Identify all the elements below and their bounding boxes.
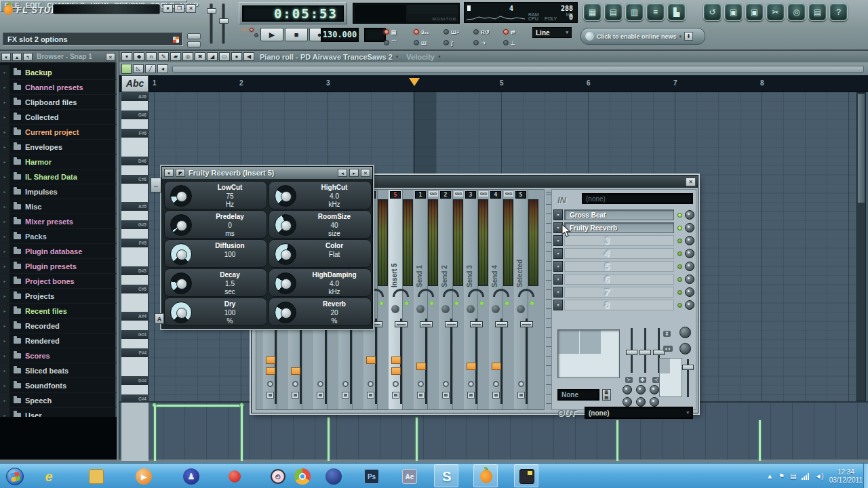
browser-button[interactable]: ≡ (646, 3, 665, 21)
master-pitch-handle[interactable] (207, 8, 216, 14)
close-button[interactable]: ✕ (186, 4, 196, 13)
black-key[interactable]: A#5 (121, 202, 149, 211)
messenger-icon[interactable]: ♟ (182, 467, 201, 486)
fader-handle[interactable] (495, 321, 508, 327)
stereo-separation-knob[interactable] (679, 327, 691, 338)
stereo-knob[interactable] (492, 305, 500, 313)
overlay-mode-selector[interactable]: Velocity (406, 53, 435, 61)
vertical-scrollbar[interactable] (856, 92, 866, 401)
fader-handle[interactable] (395, 321, 408, 327)
mixer-strip-insert-5[interactable]: 5 Insert 5 (389, 190, 414, 409)
playlist-button[interactable]: ▦ (583, 3, 601, 21)
fx-slot-empty[interactable]: 3 (564, 235, 674, 246)
record-arm-icon[interactable] (393, 381, 399, 387)
photoshop-icon[interactable]: Ps (362, 467, 381, 486)
black-key[interactable]: D#6 (121, 157, 149, 165)
disk-icon[interactable] (492, 392, 500, 399)
expander-icon[interactable]: ▸ (0, 80, 9, 94)
fader-handle[interactable] (445, 321, 458, 327)
predelay-knob[interactable] (170, 214, 192, 236)
browser-item-harmor[interactable]: ▸Harmor (0, 155, 117, 169)
playback-tool-button[interactable]: ◀ (243, 52, 254, 61)
playhead-marker[interactable] (409, 78, 420, 86)
draw-tool-button[interactable]: ✎ (158, 52, 169, 61)
stereo-knob[interactable] (391, 305, 399, 313)
wait-input-led[interactable] (414, 40, 419, 45)
slot-mix-knob[interactable] (685, 262, 694, 271)
eq-band-knob-2[interactable] (636, 397, 646, 407)
eq-low-handle[interactable] (626, 350, 637, 355)
fader-handle[interactable] (470, 321, 483, 327)
fx-slot-2[interactable]: ▾ Fruity Reeverb (553, 222, 696, 234)
expander-icon[interactable]: ▸ (0, 125, 9, 139)
highcut-knob[interactable] (275, 185, 296, 207)
browser-item-current-project[interactable]: ▸Current project (0, 125, 117, 140)
mixer-strip-send-4[interactable]: 4 SND Send 4 (489, 190, 514, 409)
browser-item-speech[interactable]: ▸Speech (0, 393, 117, 408)
slot-menu-button[interactable]: ▾ (553, 209, 563, 220)
expander-icon[interactable]: ▸ (0, 199, 9, 214)
black-key[interactable]: C#5 (121, 285, 149, 293)
link-buttons[interactable]: ⊞⊟ (602, 389, 611, 401)
pan-knob[interactable] (518, 289, 534, 297)
expander-icon[interactable]: ▸ (0, 229, 9, 243)
tray-app-icon[interactable]: ▤ (790, 472, 796, 480)
loop-record-led[interactable] (503, 29, 509, 35)
velocity-stem[interactable] (154, 405, 156, 461)
volume-fader[interactable] (450, 319, 452, 404)
browser-menu-button[interactable]: ▾ (1, 53, 11, 61)
slot-mix-knob[interactable] (685, 300, 694, 310)
enable-led[interactable] (405, 302, 408, 305)
fx-slot-empty[interactable]: 4 (564, 248, 674, 259)
fx-slot-7[interactable]: ▾ 7 (553, 286, 696, 298)
browser-item-channel-presets[interactable]: ▸Channel presets (0, 80, 117, 95)
fx-slot-1[interactable]: ▾ Gross Beat (553, 209, 696, 221)
slot-mix-knob[interactable] (685, 223, 694, 232)
black-key[interactable]: G#4 (121, 330, 149, 339)
expander-icon[interactable]: ▸ (0, 140, 9, 154)
pan-knob[interactable] (493, 289, 509, 297)
expander-icon[interactable]: ▸ (0, 393, 9, 407)
slot-enable-led[interactable] (677, 226, 682, 230)
slot-mix-knob[interactable] (685, 287, 694, 297)
browser-close-button[interactable]: ✕ (106, 53, 115, 61)
mixer-strip-send-3[interactable]: 3 SND Send 3 (464, 190, 489, 409)
pushpin-icon[interactable] (225, 467, 244, 486)
piano-keys[interactable]: A#6 G#6 F#6 D#6 C#6 A#5 G#5 F#5 D#5 C#5 … (121, 92, 149, 401)
resize-handle-button[interactable]: ↔ (151, 178, 161, 192)
typing-keyboard-led[interactable] (443, 29, 449, 35)
fx-enable-button[interactable] (391, 357, 401, 364)
eq-freq-knob-2[interactable] (636, 385, 646, 394)
snap-selector[interactable]: Line ▾ (532, 27, 572, 38)
eq-freq-knob-3[interactable] (650, 385, 659, 394)
tools-button[interactable]: ✂ (766, 3, 785, 21)
paint-tool-button[interactable]: ▰ (170, 52, 181, 61)
expander-icon[interactable]: ▸ (0, 319, 9, 333)
enable-led[interactable] (505, 302, 509, 305)
fx-slot-8[interactable]: ▾ 8 (553, 299, 696, 311)
stereo-knob[interactable] (517, 305, 525, 313)
browser-item-recent-files[interactable]: ▸Recent files (0, 304, 117, 319)
maximize-button[interactable]: ❐ (174, 4, 184, 13)
black-key[interactable]: F#4 (121, 348, 149, 357)
slot-enable-led[interactable] (677, 213, 682, 218)
eq-mid-handle[interactable] (639, 350, 651, 355)
black-key[interactable]: C#4 (121, 394, 149, 401)
expander-icon[interactable]: ▸ (0, 244, 9, 258)
browser-item-soundfonts[interactable]: ▸Soundfonts (0, 378, 117, 393)
keyboard-mode-cell[interactable]: Abc (121, 75, 149, 92)
chevron-down-icon[interactable]: ▾ (438, 54, 441, 60)
velocity-stem[interactable] (759, 420, 761, 461)
dock-selector[interactable]: None (557, 389, 599, 401)
expander-icon[interactable]: ▸ (0, 348, 9, 363)
black-key[interactable]: A#6 (121, 92, 149, 101)
countdown-led[interactable] (414, 29, 419, 35)
master-volume-handle[interactable] (219, 18, 229, 24)
articulation-button[interactable]: A (155, 313, 164, 324)
next-preset-button[interactable]: ▸ (349, 169, 359, 177)
slot-enable-led[interactable] (677, 264, 682, 269)
taskbar-clock[interactable]: 12:34 03/12/2011 (829, 468, 863, 485)
start-button[interactable] (5, 467, 24, 486)
mixer-strip-selected[interactable]: S Selected (514, 190, 539, 409)
record-arm-icon[interactable] (443, 381, 449, 387)
